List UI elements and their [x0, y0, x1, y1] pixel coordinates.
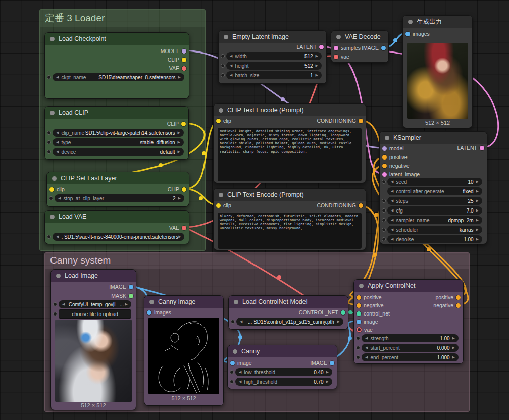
widget-input-ring[interactable] [221, 73, 225, 77]
clip-input-port[interactable] [49, 187, 54, 192]
right-arrow-icon[interactable]: ▶ [178, 150, 180, 154]
seed-widget[interactable]: ◀ seed 10 ▶ [387, 178, 482, 186]
choose-file-button[interactable]: choose file to upload [59, 309, 131, 319]
node-clip-text-encode-negative[interactable]: CLIP Text Encode (Prompt) clip CONDITION… [213, 188, 366, 250]
left-arrow-icon[interactable]: ◀ [391, 199, 393, 203]
right-arrow-icon[interactable]: ▶ [316, 64, 318, 68]
conditioning-output-port[interactable] [359, 203, 363, 208]
right-arrow-icon[interactable]: ▶ [337, 320, 340, 324]
widget-input-ring[interactable] [382, 237, 386, 241]
vae-output-port[interactable] [182, 226, 186, 230]
node-canny-header[interactable]: Canny [228, 345, 337, 357]
positive-input-port[interactable] [382, 155, 387, 160]
widget-input-ring[interactable] [47, 150, 51, 154]
strength-widget[interactable]: ◀ strength 1.00 ▶ [362, 334, 459, 342]
right-arrow-icon[interactable]: ▶ [452, 336, 455, 340]
widget-input-ring[interactable] [47, 131, 51, 135]
denoise-widget[interactable]: ◀ denoise 1.00 ▶ [387, 235, 482, 243]
clip-output-port[interactable] [181, 122, 186, 126]
widget-input-ring[interactable] [382, 218, 386, 222]
left-arrow-icon[interactable]: ◀ [391, 189, 393, 193]
steps-widget[interactable]: ◀ steps 25 ▶ [387, 197, 482, 205]
positive-output-port[interactable] [456, 295, 461, 300]
right-arrow-icon[interactable]: ▶ [178, 75, 181, 79]
left-arrow-icon[interactable]: ◀ [391, 180, 393, 184]
node-load-checkpoint[interactable]: Load Checkpoint MODEL CLIP VAE ◀ ckpt_na… [44, 32, 189, 99]
node-apply-controlnet-header[interactable]: Apply ControlNet [354, 280, 463, 292]
samples-input-port[interactable] [334, 46, 338, 50]
latent-image-input-port[interactable] [382, 172, 387, 177]
clip-output-port[interactable] [182, 58, 186, 62]
node-vae-decode-header[interactable]: VAE Decode [331, 31, 388, 43]
negative-prompt-textarea[interactable]: blurry, deformed, cartoonish, futuristic… [218, 213, 362, 249]
node-output-preview-header[interactable]: 生成出力 [403, 16, 472, 28]
left-arrow-icon[interactable]: ◀ [56, 150, 59, 154]
images-input-port[interactable] [405, 32, 410, 36]
node-clip-text-encode-positive[interactable]: CLIP Text Encode (Prompt) clip CONDITION… [213, 103, 366, 183]
positive-prompt-textarea[interactable]: medieval knight, detailed shining armor,… [218, 128, 362, 181]
vae-input-port[interactable] [334, 55, 338, 59]
widget-input-ring[interactable] [47, 75, 51, 79]
low-threshold-widget[interactable]: ◀ low_threshold 0.40 ▶ [235, 368, 332, 376]
left-arrow-icon[interactable]: ◀ [62, 302, 65, 306]
node-empty-latent-image-header[interactable]: Empty Latent Image [219, 31, 326, 43]
widget-input-ring[interactable] [382, 208, 386, 213]
left-arrow-icon[interactable]: ◀ [365, 355, 368, 359]
latent-output-port[interactable] [319, 45, 324, 49]
clip-output-port[interactable] [182, 187, 186, 192]
right-arrow-icon[interactable]: ▶ [476, 218, 479, 222]
control-after-generate-widget[interactable]: ◀ control after generate fixed ▶ [387, 187, 482, 195]
left-arrow-icon[interactable]: ◀ [58, 196, 61, 200]
latent-output-port[interactable] [480, 146, 484, 150]
left-arrow-icon[interactable]: ◀ [56, 140, 59, 144]
left-arrow-icon[interactable]: ◀ [230, 64, 232, 68]
vae-output-port[interactable] [182, 66, 186, 71]
control-net-input-port[interactable] [357, 311, 361, 316]
node-canny-image[interactable]: Canny Image images [144, 295, 224, 406]
widget-input-ring[interactable] [356, 336, 360, 340]
widget-input-ring[interactable] [356, 355, 360, 359]
node-clip-text-encode-negative-header[interactable]: CLIP Text Encode (Prompt) [214, 189, 366, 201]
negative-input-port[interactable] [357, 303, 361, 308]
left-arrow-icon[interactable]: ◀ [56, 235, 59, 239]
node-load-clip-header[interactable]: Load CLIP [45, 107, 188, 119]
widget-input-ring[interactable] [231, 320, 235, 324]
model-input-port[interactable] [382, 146, 387, 151]
high-threshold-widget[interactable]: ◀ high_threshold 0.70 ▶ [235, 378, 332, 386]
image-output-port[interactable] [129, 285, 133, 289]
stop-at-clip-layer-widget[interactable]: ◀ stop_at_clip_layer -2 ▶ [55, 194, 184, 202]
right-arrow-icon[interactable]: ▶ [476, 189, 479, 193]
left-arrow-icon[interactable]: ◀ [230, 73, 232, 77]
right-arrow-icon[interactable]: ▶ [476, 180, 479, 184]
node-load-checkpoint-header[interactable]: Load Checkpoint [45, 33, 189, 45]
node-clip-text-encode-positive-header[interactable]: CLIP Text Encode (Prompt) [214, 104, 366, 116]
left-arrow-icon[interactable]: ◀ [391, 228, 393, 232]
right-arrow-icon[interactable]: ▶ [476, 228, 479, 232]
left-arrow-icon[interactable]: ◀ [365, 336, 368, 340]
node-ksampler-header[interactable]: KSampler [380, 132, 487, 144]
left-arrow-icon[interactable]: ◀ [391, 208, 393, 213]
node-graph-canvas[interactable]: 定番 3 Loader Canny system [0, 0, 509, 420]
right-arrow-icon[interactable]: ▶ [178, 131, 180, 135]
clip-input-port[interactable] [216, 119, 221, 123]
right-arrow-icon[interactable]: ▶ [178, 196, 181, 200]
positive-input-port[interactable] [357, 295, 361, 300]
model-output-port[interactable] [182, 49, 186, 54]
node-empty-latent-image[interactable]: Empty Latent Image LATENT ◀ width 512 ▶ … [218, 30, 327, 84]
clip-input-port[interactable] [216, 203, 221, 208]
right-arrow-icon[interactable]: ▶ [452, 355, 455, 359]
batch-size-widget[interactable]: ◀ batch_size 1 ▶ [226, 71, 322, 79]
left-arrow-icon[interactable]: ◀ [365, 346, 368, 350]
ckpt-name-widget[interactable]: ◀ ckpt_name SD15\dreamshaper_8.safetenso… [53, 73, 184, 81]
node-load-image-header[interactable]: Load Image [51, 270, 136, 282]
widget-input-ring[interactable] [221, 64, 225, 68]
left-arrow-icon[interactable]: ◀ [391, 237, 393, 241]
node-apply-controlnet[interactable]: Apply ControlNet positive positive negat… [353, 279, 464, 364]
node-vae-decode[interactable]: VAE Decode samples IMAGE vae [331, 30, 389, 63]
widget-input-ring[interactable] [49, 196, 53, 200]
node-load-clip[interactable]: Load CLIP CLIP ◀ clip_name SD1.5\clip-vi… [44, 106, 189, 160]
right-arrow-icon[interactable]: ▶ [326, 370, 329, 374]
control-net-output-port[interactable] [341, 310, 345, 315]
node-canny-image-header[interactable]: Canny Image [144, 296, 223, 308]
height-widget[interactable]: ◀ height 512 ▶ [226, 62, 322, 70]
